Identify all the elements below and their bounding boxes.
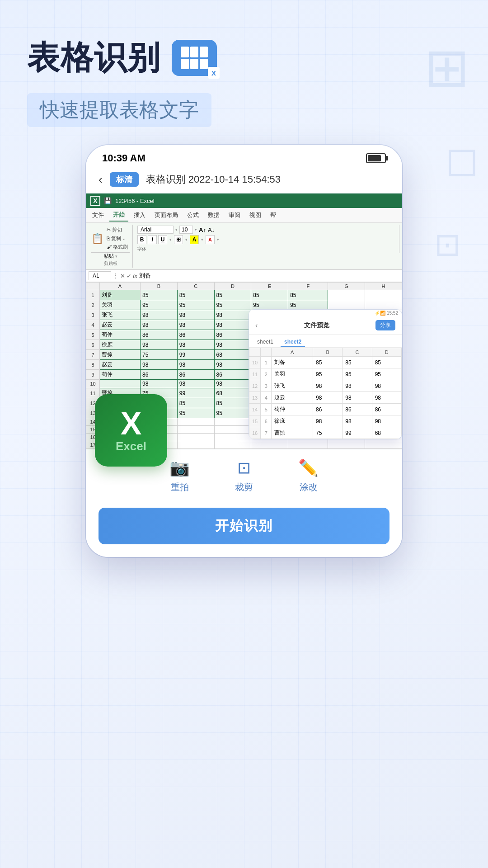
table-cell[interactable]: 95 (177, 300, 214, 310)
table-cell[interactable]: 98 (140, 380, 177, 388)
menu-file[interactable]: 文件 (89, 209, 108, 221)
table-cell[interactable]: 赵云 (100, 360, 141, 370)
preview-tab-sheet1[interactable]: sheet1 (253, 337, 277, 347)
font-size[interactable]: 10 (179, 226, 193, 234)
formula-confirm-icon[interactable]: ✓ (127, 273, 131, 279)
menu-review[interactable]: 审阅 (225, 209, 244, 221)
menu-help[interactable]: 帮 (267, 209, 280, 221)
table-cell[interactable] (177, 441, 214, 449)
table-cell[interactable]: 85 (288, 290, 328, 300)
cell-reference[interactable]: A1 (89, 271, 111, 280)
table-cell[interactable]: 98 (214, 360, 251, 370)
col-b[interactable]: B (140, 283, 177, 290)
table-cell[interactable]: 95 (251, 300, 288, 310)
table-cell[interactable]: 98 (177, 380, 214, 388)
preview-back-btn[interactable]: ‹ (255, 321, 258, 330)
col-a[interactable]: A (100, 283, 141, 290)
table-cell[interactable]: 刘备 (100, 290, 141, 300)
col-c[interactable]: C (177, 283, 214, 290)
retake-btn[interactable]: 📷 重拍 (169, 458, 190, 493)
col-d[interactable]: D (214, 283, 251, 290)
edit-btn[interactable]: ✏️ 涂改 (298, 458, 319, 493)
italic-btn[interactable]: I (148, 235, 157, 244)
table-cell[interactable]: 98 (177, 310, 214, 320)
border-btn[interactable]: ⊞ (174, 235, 183, 244)
formula-menu-icon[interactable]: ⋮ (113, 273, 118, 279)
col-f[interactable]: F (288, 283, 328, 290)
table-cell[interactable] (251, 441, 288, 449)
table-cell[interactable]: 荀仲 (100, 370, 141, 380)
table-cell[interactable]: 75 (140, 350, 177, 360)
table-cell[interactable] (328, 300, 365, 310)
start-recognition-btn[interactable]: 开始识别 (99, 508, 389, 544)
highlight-btn[interactable]: A (190, 235, 199, 244)
menu-data[interactable]: 数据 (204, 209, 223, 221)
table-cell[interactable]: 86 (140, 370, 177, 380)
table-cell[interactable]: 张飞 (100, 310, 141, 320)
table-cell[interactable]: 86 (140, 330, 177, 340)
table-cell[interactable]: 99 (177, 350, 214, 360)
nav-back-button[interactable]: ‹ (99, 173, 103, 187)
table-cell[interactable]: 赵云 (100, 320, 141, 330)
table-cell[interactable] (214, 418, 251, 426)
font-name[interactable]: Arial (137, 226, 174, 234)
menu-insert[interactable]: 插入 (130, 209, 149, 221)
table-cell[interactable]: 99 (177, 388, 214, 398)
formula-cancel-icon[interactable]: ✕ (120, 273, 125, 279)
col-h[interactable]: H (365, 283, 402, 290)
table-cell[interactable]: 荀仲 (100, 330, 141, 340)
table-cell[interactable]: 85 (140, 290, 177, 300)
table-cell[interactable] (288, 441, 328, 449)
table-cell[interactable]: 98 (214, 310, 251, 320)
menu-formula[interactable]: 公式 (183, 209, 202, 221)
table-cell[interactable]: 98 (177, 340, 214, 350)
table-cell[interactable]: 86 (177, 330, 214, 340)
table-cell[interactable]: 98 (140, 360, 177, 370)
table-cell[interactable]: 98 (214, 320, 251, 330)
quality-badge[interactable]: 标清 (110, 172, 139, 187)
format-painter-btn[interactable]: 🖌 格式刷 (105, 243, 130, 251)
table-cell[interactable]: 68 (214, 388, 251, 398)
table-cell[interactable] (328, 290, 365, 300)
preview-tab-sheet2[interactable]: sheet2 (281, 337, 305, 347)
table-cell[interactable]: 85 (251, 290, 288, 300)
table-cell[interactable]: 98 (140, 320, 177, 330)
table-cell[interactable] (214, 434, 251, 441)
menu-layout[interactable]: 页面布局 (151, 209, 182, 221)
table-cell[interactable]: 86 (214, 370, 251, 380)
table-cell[interactable]: 98 (177, 360, 214, 370)
table-cell[interactable] (214, 441, 251, 449)
underline-btn[interactable]: U (158, 235, 167, 244)
table-cell[interactable]: 95 (140, 300, 177, 310)
crop-btn[interactable]: ⊡ 裁剪 (235, 458, 253, 493)
table-cell[interactable]: 85 (177, 398, 214, 408)
table-cell[interactable]: 98 (177, 320, 214, 330)
table-cell[interactable] (365, 300, 402, 310)
table-cell[interactable] (100, 380, 141, 388)
table-cell[interactable] (365, 290, 402, 300)
table-cell[interactable]: 98 (214, 340, 251, 350)
table-cell[interactable] (214, 426, 251, 434)
col-e[interactable]: E (251, 283, 288, 290)
table-cell[interactable]: 86 (177, 370, 214, 380)
table-cell[interactable] (177, 426, 214, 434)
font-shrink-icon[interactable]: A↓ (208, 226, 215, 233)
menu-view[interactable]: 视图 (246, 209, 265, 221)
table-cell[interactable]: 95 (177, 408, 214, 418)
table-cell[interactable]: 85 (177, 290, 214, 300)
table-cell[interactable]: 68 (214, 350, 251, 360)
table-cell[interactable]: 98 (214, 380, 251, 388)
table-cell[interactable]: 95 (288, 300, 328, 310)
font-color-btn[interactable]: A (206, 235, 215, 244)
table-cell[interactable] (328, 441, 365, 449)
table-cell[interactable] (365, 441, 402, 449)
table-cell[interactable]: 曹掠 (100, 350, 141, 360)
table-cell[interactable]: 95 (214, 408, 251, 418)
table-cell[interactable]: 85 (214, 398, 251, 408)
table-cell[interactable]: 86 (214, 330, 251, 340)
table-cell[interactable]: 95 (214, 300, 251, 310)
menu-start[interactable]: 开始 (109, 209, 128, 222)
col-g[interactable]: G (328, 283, 365, 290)
table-cell[interactable] (177, 418, 214, 426)
table-cell[interactable]: 98 (140, 310, 177, 320)
